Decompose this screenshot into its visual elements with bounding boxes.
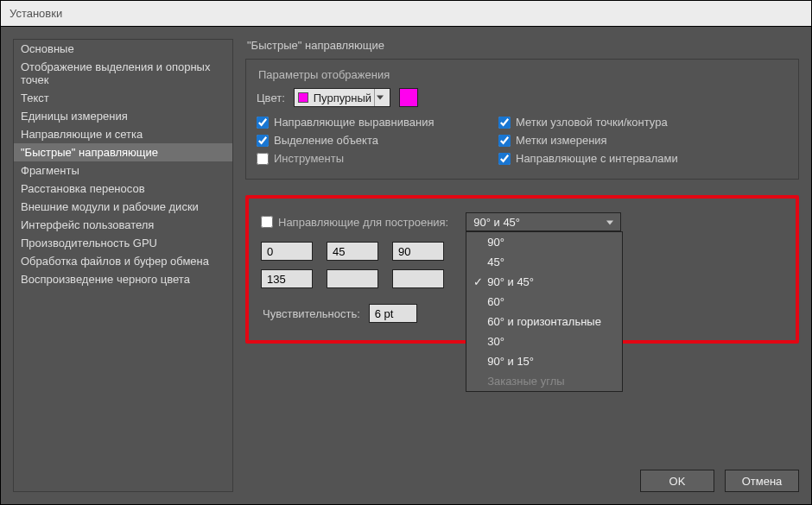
- checkbox-input[interactable]: [261, 216, 273, 228]
- fieldset-legend: Параметры отображения: [257, 68, 788, 81]
- checkbox-item[interactable]: Выделение объекта: [257, 134, 498, 147]
- ok-button[interactable]: OK: [640, 470, 714, 492]
- checkbox-input[interactable]: [498, 135, 511, 147]
- angle-preset-select[interactable]: 90° и 45° 90°45°90° и 45°60°60° и горизо…: [466, 212, 621, 231]
- dropdown-option[interactable]: 60°: [466, 292, 622, 312]
- sidebar-item[interactable]: Основные: [14, 40, 232, 58]
- checkbox-item[interactable]: Направляющие выравнивания: [257, 116, 498, 129]
- color-swatch[interactable]: [399, 88, 418, 107]
- checkbox-input[interactable]: [257, 117, 269, 129]
- checkbox-label: Направляющие выравнивания: [274, 116, 434, 129]
- checkbox-label: Направляющие с интервалами: [516, 152, 678, 165]
- color-select[interactable]: Пурпурный: [294, 88, 390, 107]
- color-row: Цвет: Пурпурный: [257, 88, 788, 107]
- checkbox-input[interactable]: [498, 153, 511, 165]
- construction-guides-checkbox[interactable]: Направляющие для построения:: [261, 216, 448, 229]
- checkbox-input[interactable]: [498, 117, 511, 129]
- sidebar-item[interactable]: Воспроизведение черного цвета: [14, 270, 232, 288]
- sidebar-item[interactable]: Отображение выделения и опорных точек: [14, 58, 232, 89]
- dropdown-option[interactable]: 45°: [466, 252, 622, 272]
- checkbox-item[interactable]: Инструменты: [257, 152, 498, 165]
- angle-input-5[interactable]: [392, 269, 444, 288]
- content-panel: "Быстрые" направляющие Параметры отображ…: [245, 39, 799, 492]
- sidebar-item[interactable]: Расстановка переносов: [14, 180, 232, 198]
- dropdown-option[interactable]: 90°: [466, 232, 622, 252]
- color-select-value: Пурпурный: [314, 92, 374, 104]
- page-title: "Быстрые" направляющие: [245, 39, 799, 59]
- sidebar-item[interactable]: Текст: [14, 89, 232, 107]
- angle-input-4[interactable]: [327, 269, 378, 288]
- angle-input-0[interactable]: [261, 242, 313, 261]
- color-chip-icon: [298, 92, 308, 103]
- cancel-button[interactable]: Отмена: [725, 470, 799, 492]
- checkbox-item[interactable]: Метки узловой точки/контура: [498, 116, 740, 129]
- checkbox-item[interactable]: Метки измерения: [498, 134, 740, 147]
- dropdown-option[interactable]: 60° и горизонтальные: [466, 312, 622, 331]
- display-params-fieldset: Параметры отображения Цвет: Пурпурный На…: [245, 59, 799, 180]
- sidebar-item[interactable]: Обработка файлов и буфер обмена: [14, 252, 232, 270]
- checkbox-label: Метки узловой точки/контура: [516, 116, 668, 129]
- dropdown-option[interactable]: 90° и 15°: [466, 351, 622, 371]
- construction-guides-label: Направляющие для построения:: [278, 216, 448, 229]
- angle-input-1[interactable]: [327, 242, 378, 261]
- sidebar-item[interactable]: Единицы измерения: [14, 107, 232, 125]
- checkbox-item[interactable]: Направляющие с интервалами: [498, 152, 740, 165]
- sidebar-item[interactable]: Направляющие и сетка: [14, 125, 232, 143]
- color-label: Цвет:: [257, 92, 285, 104]
- sidebar-item[interactable]: "Быстрые" направляющие: [14, 143, 232, 161]
- angle-preset-value: 90° и 45°: [473, 216, 520, 229]
- sidebar-item[interactable]: Интерфейс пользователя: [14, 216, 232, 234]
- construction-row: Направляющие для построения: 90° и 45° 9…: [261, 212, 783, 231]
- dropdown-option: Заказные углы: [466, 371, 622, 391]
- dropdown-option[interactable]: 90° и 45°: [466, 272, 622, 292]
- sensitivity-input[interactable]: [369, 304, 417, 323]
- sidebar: ОсновныеОтображение выделения и опорных …: [13, 39, 233, 492]
- titlebar: Установки: [1, 1, 811, 27]
- dialog-body: ОсновныеОтображение выделения и опорных …: [1, 27, 811, 504]
- preferences-window: Установки ОсновныеОтображение выделения …: [0, 0, 812, 505]
- sidebar-item[interactable]: Производительность GPU: [14, 234, 232, 252]
- sidebar-item[interactable]: Внешние модули и рабочие диски: [14, 198, 232, 216]
- dropdown-option[interactable]: 30°: [466, 331, 622, 351]
- dialog-footer: OK Отмена: [640, 470, 799, 492]
- checkbox-label: Выделение объекта: [274, 134, 378, 147]
- chevron-down-icon: [606, 216, 613, 229]
- checkbox-label: Метки измерения: [516, 134, 607, 147]
- window-title: Установки: [10, 7, 62, 20]
- sidebar-item[interactable]: Фрагменты: [14, 161, 232, 180]
- checkbox-input[interactable]: [257, 153, 269, 165]
- angle-preset-dropdown: 90°45°90° и 45°60°60° и горизонтальные30…: [466, 231, 623, 392]
- sensitivity-label: Чувствительность:: [263, 307, 360, 320]
- checkbox-grid: Направляющие выравниванияМетки узловой т…: [257, 116, 788, 165]
- checkbox-label: Инструменты: [274, 152, 344, 165]
- angle-input-3[interactable]: [261, 269, 313, 288]
- construction-guides-section: Направляющие для построения: 90° и 45° 9…: [245, 195, 799, 344]
- angle-input-2[interactable]: [392, 242, 444, 261]
- checkbox-input[interactable]: [257, 135, 269, 147]
- chevron-down-icon: [374, 89, 386, 106]
